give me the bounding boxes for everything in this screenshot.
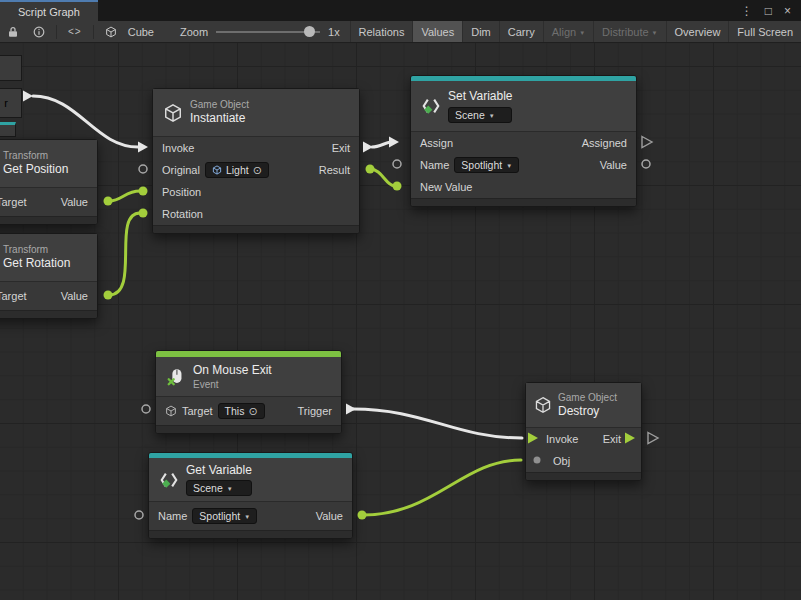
node-category: Game Object bbox=[558, 392, 617, 403]
close-icon[interactable]: × bbox=[784, 4, 791, 18]
zoom-slider-handle[interactable] bbox=[304, 26, 315, 37]
variable-icon bbox=[421, 96, 441, 116]
port-exit-out[interactable] bbox=[363, 142, 373, 153]
align-button[interactable]: Align▼ bbox=[543, 21, 593, 42]
node-title: On Mouse Exit bbox=[193, 363, 272, 377]
node-body: Target Value bbox=[0, 188, 97, 216]
code-icon[interactable]: <> bbox=[61, 21, 89, 42]
port-label-target: Target bbox=[0, 196, 27, 208]
maximize-icon[interactable]: □ bbox=[765, 4, 772, 18]
port-assign-in[interactable] bbox=[389, 137, 399, 148]
node-set-variable[interactable]: Set Variable Scene ▼ Assign Assigned Nam… bbox=[410, 75, 637, 207]
graph-canvas[interactable]: r Transform Get Position Target Value bbox=[0, 43, 801, 600]
variable-scope-dropdown[interactable]: Scene ▼ bbox=[186, 480, 252, 496]
port-label-name: Name bbox=[158, 510, 187, 522]
port-getvariable-value-out[interactable] bbox=[358, 511, 367, 520]
dim-button[interactable]: Dim bbox=[462, 21, 499, 42]
original-object-field[interactable]: Light ⊙ bbox=[205, 162, 269, 178]
variable-name-dropdown[interactable]: Spotlight ▼ bbox=[454, 157, 519, 173]
port-label-assigned: Assigned bbox=[582, 137, 627, 149]
button-label: Distribute bbox=[602, 26, 648, 38]
port-setvariable-value-out[interactable] bbox=[642, 160, 650, 168]
port-invoke-in[interactable] bbox=[138, 142, 148, 153]
game-object-icon bbox=[534, 396, 552, 414]
toolbar-buttons: Relations Values Dim Carry Align▼ Distri… bbox=[350, 21, 801, 42]
carry-button[interactable]: Carry bbox=[499, 21, 543, 42]
variable-icon bbox=[159, 470, 179, 490]
menu-icon[interactable]: ⋮ bbox=[741, 4, 753, 18]
port-label-target: Target bbox=[182, 405, 213, 417]
info-icon[interactable] bbox=[26, 21, 52, 42]
port-label-exit: Exit bbox=[332, 142, 350, 154]
port-row: Name Spotlight ▼ Value bbox=[149, 502, 352, 530]
node-fragment[interactable] bbox=[0, 55, 22, 81]
port-getposition-value-out[interactable] bbox=[104, 197, 113, 206]
variable-scope-dropdown[interactable]: Scene ▼ bbox=[448, 107, 512, 123]
node-get-variable[interactable]: Get Variable Scene ▼ Name Spotlight ▼ Va… bbox=[148, 452, 353, 539]
object-picker-icon[interactable]: ⊙ bbox=[248, 405, 257, 418]
port-destroy-exit-out[interactable] bbox=[648, 433, 658, 444]
node-footer bbox=[0, 310, 97, 318]
cube-icon bbox=[98, 21, 124, 42]
object-field-value: This bbox=[225, 405, 245, 417]
node-get-rotation[interactable]: Transform Get Rotation Target Value bbox=[0, 233, 98, 319]
node-on-mouse-exit[interactable]: On Mouse Exit Event Target This ⊙ Trigge… bbox=[155, 350, 342, 434]
node-category: Event bbox=[193, 379, 272, 390]
port-label-original: Original bbox=[162, 164, 200, 176]
mouse-icon bbox=[166, 367, 186, 387]
node-destroy[interactable]: Game Object Destroy Invoke Exit Obj bbox=[525, 382, 642, 481]
node-body: Assign Assigned Name Spotlight ▼ Value N… bbox=[411, 132, 636, 198]
node-body: Invoke Exit Obj bbox=[526, 428, 641, 472]
tab-bar: Script Graph ⋮ □ × bbox=[0, 0, 801, 21]
relations-button[interactable]: Relations bbox=[350, 21, 413, 42]
overview-button[interactable]: Overview bbox=[666, 21, 729, 42]
port-position-in[interactable] bbox=[139, 187, 148, 196]
zoom-slider[interactable] bbox=[216, 21, 320, 42]
node-body: Name Spotlight ▼ Value bbox=[149, 502, 352, 530]
port-row: Position bbox=[153, 181, 359, 203]
port-mouseexit-target-in[interactable] bbox=[142, 405, 150, 413]
port-setvariable-name-in[interactable] bbox=[393, 160, 401, 168]
port-label-position: Position bbox=[162, 186, 201, 198]
port-row: Invoke Exit bbox=[526, 428, 641, 450]
game-object-icon bbox=[212, 165, 222, 175]
lock-icon[interactable] bbox=[0, 21, 26, 42]
node-instantiate[interactable]: Game Object Instantiate Invoke Exit Orig… bbox=[152, 88, 360, 234]
node-fragment[interactable] bbox=[0, 122, 16, 137]
graph-target-name[interactable]: Cube bbox=[124, 26, 158, 38]
distribute-button[interactable]: Distribute▼ bbox=[593, 21, 665, 42]
port-result-out[interactable] bbox=[366, 165, 375, 174]
button-label: Carry bbox=[508, 26, 535, 38]
port-label-value: Value bbox=[61, 290, 88, 302]
graph-toolbar: <> Cube Zoom 1x Relations Values Dim Car… bbox=[0, 21, 801, 43]
values-button[interactable]: Values bbox=[412, 21, 462, 42]
zoom-value: 1x bbox=[324, 26, 344, 38]
port-row: New Value bbox=[411, 176, 636, 198]
target-object-field[interactable]: This ⊙ bbox=[218, 403, 265, 419]
port-assigned-out[interactable] bbox=[642, 137, 652, 148]
node-get-position[interactable]: Transform Get Position Target Value bbox=[0, 139, 98, 225]
caret-down-icon: ▼ bbox=[506, 163, 512, 169]
port-getrotation-value-out[interactable] bbox=[104, 291, 113, 300]
caret-down-icon: ▼ bbox=[489, 113, 495, 119]
node-body: Invoke Exit Original Light ⊙ Result Posi… bbox=[153, 137, 359, 225]
button-label: Dim bbox=[471, 26, 491, 38]
node-title: Destroy bbox=[558, 404, 617, 418]
fullscreen-button[interactable]: Full Screen bbox=[728, 21, 801, 42]
port-flow-out-offscreen[interactable] bbox=[23, 91, 33, 102]
object-picker-icon[interactable]: ⊙ bbox=[253, 164, 262, 177]
node-header: Transform Get Position bbox=[0, 140, 97, 188]
dropdown-value: Scene bbox=[193, 482, 223, 494]
port-row: Original Light ⊙ Result bbox=[153, 159, 359, 181]
tab-script-graph[interactable]: Script Graph bbox=[0, 0, 98, 21]
port-label-trigger: Trigger bbox=[298, 405, 332, 417]
port-original-in[interactable] bbox=[139, 165, 147, 173]
node-header: On Mouse Exit Event bbox=[156, 357, 341, 397]
port-trigger-out[interactable] bbox=[346, 404, 356, 415]
port-new-value-in[interactable] bbox=[393, 182, 402, 191]
wire-data-result-to-new-value bbox=[370, 169, 395, 186]
port-getvariable-name-in[interactable] bbox=[135, 511, 143, 519]
port-rotation-in[interactable] bbox=[139, 209, 148, 218]
node-fragment[interactable]: r bbox=[0, 88, 22, 118]
variable-name-dropdown[interactable]: Spotlight ▼ bbox=[192, 508, 257, 524]
